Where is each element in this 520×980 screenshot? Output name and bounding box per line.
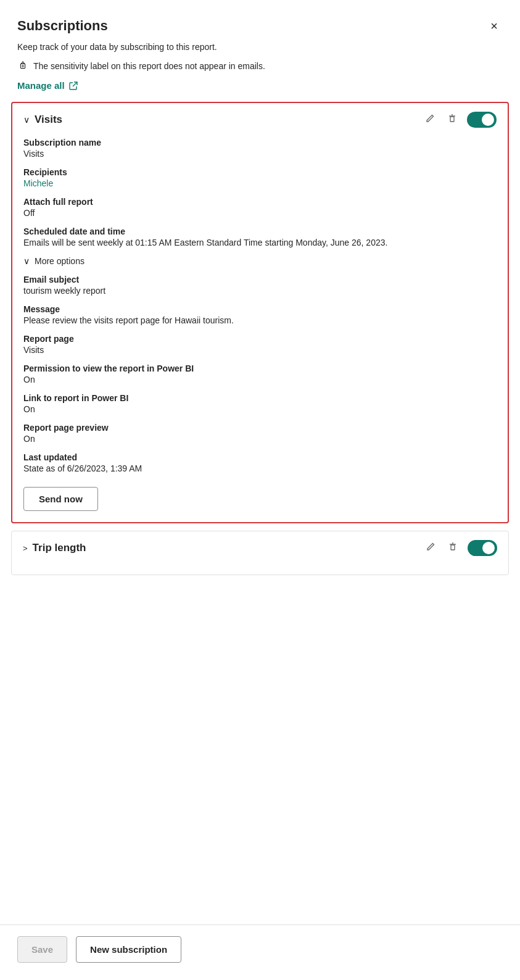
more-options-row[interactable]: ∨ More options bbox=[23, 256, 497, 266]
field-value-report-page: Visits bbox=[23, 345, 497, 355]
chevron-down-more-icon: ∨ bbox=[23, 256, 30, 266]
card-title-visits: Visits bbox=[35, 114, 62, 126]
more-options-label: More options bbox=[35, 256, 85, 266]
field-value-attach-report: Off bbox=[23, 208, 497, 218]
field-last-updated: Last updated State as of 6/26/2023, 1:39… bbox=[23, 452, 497, 473]
delete-icon bbox=[447, 114, 457, 123]
delete-button-trip[interactable] bbox=[445, 541, 460, 555]
toggle-slider-visits bbox=[467, 112, 497, 128]
field-subscription-name: Subscription name Visits bbox=[23, 138, 497, 159]
chevron-down-icon[interactable]: ∨ bbox=[23, 115, 30, 125]
title-text: Subscriptions bbox=[17, 18, 108, 34]
manage-all-link[interactable]: Manage all bbox=[0, 78, 520, 102]
card-header-left-trip: > Trip length bbox=[23, 542, 86, 554]
panel-header: Subscriptions × bbox=[0, 0, 520, 42]
field-recipients: Recipients Michele bbox=[23, 167, 497, 188]
field-label-message: Message bbox=[23, 304, 497, 314]
field-report-preview: Report page preview On bbox=[23, 423, 497, 444]
field-value-report-preview: On bbox=[23, 434, 497, 444]
field-label-last-updated: Last updated bbox=[23, 452, 497, 462]
delete-icon-trip bbox=[448, 542, 458, 552]
send-now-button[interactable]: Send now bbox=[23, 487, 98, 511]
field-attach-report: Attach full report Off bbox=[23, 197, 497, 218]
close-button[interactable]: × bbox=[485, 17, 503, 35]
field-label-report-page: Report page bbox=[23, 334, 497, 344]
new-subscription-button[interactable]: New subscription bbox=[76, 936, 181, 963]
card-actions-trip-length bbox=[423, 540, 497, 556]
sensitivity-notice: The sensitivity label on this report doe… bbox=[0, 58, 520, 78]
chevron-right-icon[interactable]: > bbox=[23, 544, 28, 553]
subscriptions-panel: Subscriptions × Keep track of your data … bbox=[0, 0, 520, 980]
field-email-subject: Email subject tourism weekly report bbox=[23, 275, 497, 296]
field-link-report: Link to report in Power BI On bbox=[23, 393, 497, 414]
panel-title: Subscriptions bbox=[17, 18, 108, 34]
field-label-email-subject: Email subject bbox=[23, 275, 497, 284]
subtitle-text: Keep track of your data by subscribing t… bbox=[0, 42, 520, 58]
field-label-subscription-name: Subscription name bbox=[23, 138, 497, 147]
field-value-message: Please review the visits report page for… bbox=[23, 315, 497, 325]
field-label-link-report: Link to report in Power BI bbox=[23, 393, 497, 403]
edit-icon-trip bbox=[426, 542, 435, 552]
edit-button-trip[interactable] bbox=[423, 541, 438, 555]
sensitivity-text: The sensitivity label on this report doe… bbox=[33, 61, 265, 71]
field-scheduled-date: Scheduled date and time Emails will be s… bbox=[23, 226, 497, 247]
field-value-recipients[interactable]: Michele bbox=[23, 178, 497, 188]
delete-button[interactable] bbox=[445, 112, 460, 127]
field-value-last-updated: State as of 6/26/2023, 1:39 AM bbox=[23, 463, 497, 473]
sensitivity-icon bbox=[17, 60, 28, 72]
field-label-recipients: Recipients bbox=[23, 167, 497, 177]
subscription-card-visits: ∨ Visits bbox=[11, 102, 509, 523]
save-button: Save bbox=[17, 936, 67, 963]
manage-all-label: Manage all bbox=[17, 80, 65, 91]
card-header-left: ∨ Visits bbox=[23, 114, 62, 126]
card-header-trip-length: > Trip length bbox=[23, 540, 497, 556]
field-label-attach-report: Attach full report bbox=[23, 197, 497, 207]
svg-point-1 bbox=[22, 65, 24, 67]
subscription-card-trip-length: > Trip length bbox=[11, 531, 509, 575]
field-label-scheduled-date: Scheduled date and time bbox=[23, 226, 497, 236]
svg-rect-0 bbox=[20, 64, 25, 68]
field-report-page: Report page Visits bbox=[23, 334, 497, 355]
field-permission: Permission to view the report in Power B… bbox=[23, 363, 497, 384]
edit-button[interactable] bbox=[423, 112, 437, 127]
toggle-switch-trip[interactable] bbox=[468, 540, 497, 556]
field-value-scheduled-date: Emails will be sent weekly at 01:15 AM E… bbox=[23, 238, 497, 247]
edit-icon bbox=[425, 114, 435, 123]
field-label-report-preview: Report page preview bbox=[23, 423, 497, 433]
card-title-trip-length: Trip length bbox=[33, 542, 86, 554]
field-value-permission: On bbox=[23, 375, 497, 384]
toggle-slider-trip bbox=[468, 540, 497, 556]
toggle-switch-visits[interactable] bbox=[467, 112, 497, 128]
external-link-icon bbox=[68, 81, 78, 91]
svg-rect-3 bbox=[450, 117, 454, 122]
field-message: Message Please review the visits report … bbox=[23, 304, 497, 325]
field-value-subscription-name: Visits bbox=[23, 149, 497, 159]
svg-rect-6 bbox=[451, 545, 455, 550]
field-value-email-subject: tourism weekly report bbox=[23, 286, 497, 296]
card-actions-visits bbox=[423, 112, 497, 128]
panel-footer: Save New subscription bbox=[0, 924, 520, 980]
card-header-visits: ∨ Visits bbox=[23, 112, 497, 128]
field-value-link-report: On bbox=[23, 404, 497, 414]
field-label-permission: Permission to view the report in Power B… bbox=[23, 363, 497, 373]
svg-line-2 bbox=[73, 82, 77, 86]
